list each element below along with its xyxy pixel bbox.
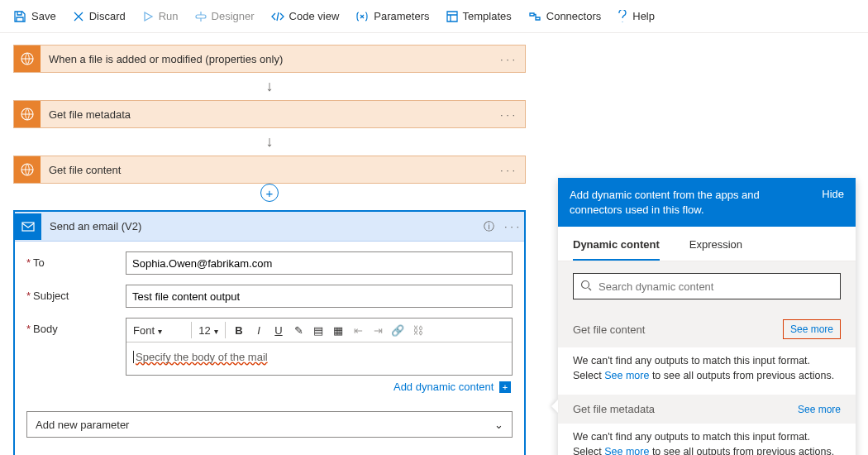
trigger-step[interactable]: When a file is added or modified (proper… — [13, 45, 526, 73]
top-toolbar: Save Discard Run Designer Code view Para… — [0, 0, 868, 33]
card-menu-button[interactable]: · · · — [499, 220, 524, 232]
to-label: *To — [26, 251, 126, 269]
dynamic-content-panel: Add dynamic content from the apps and co… — [558, 178, 856, 455]
discard-icon — [73, 11, 84, 22]
insert-step-button[interactable]: + — [260, 184, 279, 202]
section-body: We can't find any outputs to match this … — [558, 424, 856, 455]
highlight-button[interactable]: ✎ — [289, 320, 308, 340]
designer-button[interactable]: Designer — [195, 10, 255, 22]
editor-toolbar: Font 12 B I U ✎ ▤ ▦ ⇤ ⇥ 🔗 — [126, 318, 512, 342]
parameters-button[interactable]: Parameters — [355, 10, 429, 22]
section-title: Get file content — [573, 323, 645, 336]
templates-button[interactable]: Templates — [446, 10, 512, 22]
section-title: Get file metadata — [573, 403, 655, 415]
font-family-select[interactable]: Font — [130, 321, 188, 340]
parameters-icon — [355, 11, 369, 22]
plus-badge-icon: + — [499, 381, 511, 393]
connectors-label: Connectors — [546, 10, 601, 22]
add-parameter-dropdown[interactable]: Add new parameter ⌄ — [26, 411, 513, 438]
templates-label: Templates — [463, 10, 512, 22]
numbered-list-button[interactable]: ▦ — [328, 320, 348, 340]
italic-button[interactable]: I — [249, 320, 269, 340]
see-more-inline-link[interactable]: See more — [604, 446, 649, 455]
templates-icon — [446, 11, 458, 22]
run-button[interactable]: Run — [142, 10, 179, 22]
parameters-label: Parameters — [374, 10, 429, 22]
designer-label: Designer — [212, 10, 255, 22]
run-icon — [142, 11, 154, 22]
connectors-button[interactable]: Connectors — [528, 10, 601, 22]
connection-footer: Connected to Sophia.Owen@fabrikam.com Ch… — [15, 448, 524, 455]
section-body: We can't find any outputs to match this … — [558, 347, 856, 395]
dynamic-panel-title: Add dynamic content from the apps and co… — [570, 188, 812, 217]
to-input[interactable] — [126, 251, 513, 275]
insert-step-row: + — [13, 184, 526, 202]
outdent-button[interactable]: ⇤ — [348, 320, 368, 340]
discard-button[interactable]: Discard — [73, 10, 126, 22]
code-view-button[interactable]: Code view — [271, 10, 340, 22]
unlink-button[interactable]: ⛓ — [408, 320, 427, 340]
designer-canvas: When a file is added or modified (proper… — [0, 33, 868, 455]
send-email-card: Send an email (V2) ⓘ · · · *To *Subject … — [13, 210, 526, 455]
body-textarea[interactable]: Specify the body of the mail — [126, 342, 512, 375]
run-label: Run — [159, 10, 179, 22]
send-email-header[interactable]: Send an email (V2) ⓘ · · · — [15, 212, 524, 242]
section-get-file-content: Get file content See more — [558, 311, 856, 347]
svg-rect-3 — [22, 223, 34, 231]
tab-dynamic-content[interactable]: Dynamic content — [573, 235, 660, 261]
metadata-step-menu[interactable]: · · · — [490, 108, 525, 121]
save-icon — [13, 10, 26, 23]
dynamic-search-input[interactable] — [599, 280, 833, 293]
search-icon — [580, 280, 592, 294]
designer-icon — [195, 11, 207, 22]
bullet-list-button[interactable]: ▤ — [308, 320, 328, 340]
send-email-title: Send an email (V2) — [41, 220, 479, 232]
bold-button[interactable]: B — [229, 320, 249, 340]
dynamic-tabs: Dynamic content Expression — [558, 227, 856, 261]
outlook-icon — [15, 213, 41, 240]
body-editor: Font 12 B I U ✎ ▤ ▦ ⇤ ⇥ 🔗 — [126, 318, 513, 376]
save-label: Save — [31, 10, 56, 22]
see-more-content-button[interactable]: See more — [783, 319, 841, 339]
connectors-icon — [528, 11, 541, 22]
metadata-step[interactable]: Get file metadata · · · — [13, 100, 526, 128]
link-button[interactable]: 🔗 — [388, 320, 408, 340]
callout-arrow-icon — [551, 400, 558, 413]
trigger-step-menu[interactable]: · · · — [490, 53, 525, 65]
see-more-inline-link[interactable]: See more — [604, 370, 649, 381]
indent-button[interactable]: ⇥ — [368, 320, 388, 340]
dynamic-panel-header: Add dynamic content from the apps and co… — [558, 178, 856, 227]
add-parameter-label: Add new parameter — [36, 419, 129, 431]
add-dynamic-content-link[interactable]: Add dynamic content — [393, 381, 494, 393]
see-more-metadata-button[interactable]: See more — [798, 404, 841, 415]
sharepoint-icon — [14, 46, 41, 72]
content-step-title: Get file content — [41, 164, 490, 176]
hide-panel-button[interactable]: Hide — [822, 188, 844, 217]
dynamic-search-box[interactable] — [573, 273, 841, 299]
chevron-down-icon: ⌄ — [494, 419, 503, 431]
help-label: Help — [632, 10, 655, 22]
help-button[interactable]: Help — [618, 10, 655, 23]
trigger-step-title: When a file is added or modified (proper… — [41, 53, 490, 65]
sharepoint-icon — [14, 156, 41, 183]
content-step-menu[interactable]: · · · — [490, 164, 525, 176]
tab-expression[interactable]: Expression — [689, 235, 742, 261]
metadata-step-title: Get file metadata — [41, 108, 490, 121]
content-step[interactable]: Get file content · · · — [13, 156, 526, 184]
underline-button[interactable]: U — [269, 320, 289, 340]
save-button[interactable]: Save — [13, 10, 56, 23]
code-view-icon — [271, 11, 284, 22]
arrow-down-icon: ↓ — [13, 73, 526, 100]
subject-input[interactable] — [126, 285, 513, 308]
discard-label: Discard — [89, 10, 126, 22]
subject-label: *Subject — [26, 285, 126, 302]
info-icon[interactable]: ⓘ — [479, 219, 499, 234]
arrow-down-icon: ↓ — [13, 128, 526, 156]
section-get-file-metadata: Get file metadata See more — [558, 395, 856, 424]
body-label: *Body — [26, 318, 126, 335]
svg-point-4 — [582, 280, 589, 288]
code-view-label: Code view — [289, 10, 340, 22]
sharepoint-icon — [14, 101, 41, 127]
help-icon — [618, 10, 627, 23]
font-size-select[interactable]: 12 — [195, 321, 222, 340]
